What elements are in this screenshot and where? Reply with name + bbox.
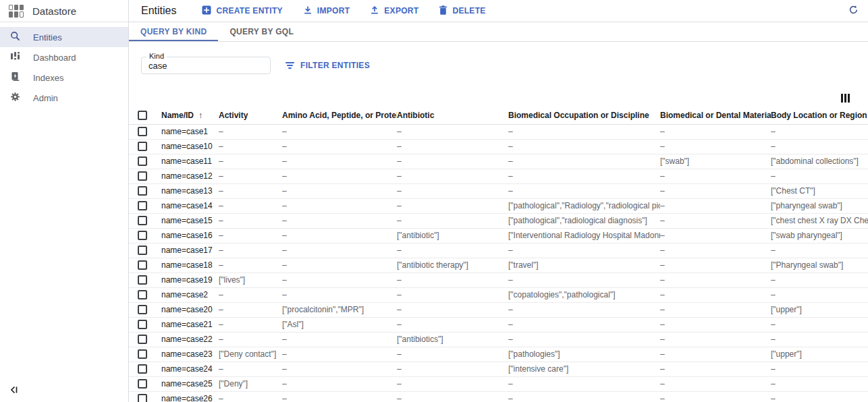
row-name[interactable]: name=case21 xyxy=(161,317,219,332)
row-checkbox[interactable] xyxy=(138,305,147,314)
row-checkbox[interactable] xyxy=(138,260,147,270)
import-label: IMPORT xyxy=(317,6,350,16)
table-row: name=case16 – – ["antibiotic"] ["Interve… xyxy=(129,228,868,243)
import-button[interactable]: IMPORT xyxy=(303,5,350,17)
column-header-amino-acid[interactable]: Amino Acid, Peptide, or Protein xyxy=(282,107,397,124)
tab-query-by-gql[interactable]: QUERY BY GQL xyxy=(218,22,305,41)
row-checkbox[interactable] xyxy=(138,231,147,240)
sidebar-nav: Entities Dashboard Indexes Admin xyxy=(0,22,128,108)
row-name[interactable]: name=case17 xyxy=(161,243,219,258)
row-cell: – xyxy=(219,124,282,139)
row-checkbox[interactable] xyxy=(138,364,147,374)
row-name[interactable]: name=case14 xyxy=(161,198,219,213)
delete-button[interactable]: DELETE xyxy=(439,5,485,17)
column-header-antibiotic[interactable]: Antibiotic xyxy=(397,107,508,124)
row-cell: – xyxy=(397,198,508,213)
row-name[interactable]: name=case26 xyxy=(161,391,219,402)
export-button[interactable]: EXPORT xyxy=(370,5,418,17)
collapse-sidebar-button[interactable] xyxy=(9,385,19,395)
row-cell: – xyxy=(282,272,397,287)
row-name[interactable]: name=case23 xyxy=(161,347,219,362)
row-name[interactable]: name=case10 xyxy=(161,139,219,154)
query-panel: Kind FILTER ENTITIES xyxy=(129,42,868,89)
row-checkbox[interactable] xyxy=(138,320,147,329)
row-name[interactable]: name=case11 xyxy=(161,154,219,169)
row-checkbox[interactable] xyxy=(138,171,147,181)
filter-entities-button[interactable]: FILTER ENTITIES xyxy=(286,61,370,70)
column-header-activity[interactable]: Activity xyxy=(219,107,282,124)
row-checkbox[interactable] xyxy=(138,349,147,359)
row-checkbox[interactable] xyxy=(138,246,147,255)
tab-query-by-kind[interactable]: QUERY BY KIND xyxy=(129,22,218,41)
sort-asc-icon[interactable]: ↑ xyxy=(198,110,203,120)
appbar: Entities CREATE ENTITY IMPORT EXPORT xyxy=(129,0,868,22)
row-cell: – xyxy=(219,154,282,169)
row-name[interactable]: name=case16 xyxy=(161,228,219,243)
create-entity-button[interactable]: CREATE ENTITY xyxy=(202,5,282,17)
row-name[interactable]: name=case2 xyxy=(161,287,219,302)
row-cell: – xyxy=(771,243,868,258)
row-name[interactable]: name=case1 xyxy=(161,124,219,139)
row-name[interactable]: name=case13 xyxy=(161,183,219,198)
row-cell: – xyxy=(660,272,771,287)
row-name[interactable]: name=case18 xyxy=(161,258,219,272)
table-row: name=case10 – – – – – – xyxy=(129,139,868,154)
row-checkbox[interactable] xyxy=(138,216,147,225)
row-cell: – xyxy=(771,362,868,376)
row-cell: – xyxy=(282,183,397,198)
column-header-name-id[interactable]: Name/ID↑ xyxy=(161,107,219,124)
row-checkbox[interactable] xyxy=(138,186,147,196)
table-row: name=case13 – – – – – ["Chest CT"] xyxy=(129,183,868,198)
row-name[interactable]: name=case24 xyxy=(161,362,219,376)
row-cell: – xyxy=(508,154,660,169)
kind-label: Kind xyxy=(146,52,167,60)
sidebar-item-dashboard[interactable]: Dashboard xyxy=(0,47,128,67)
row-checkbox[interactable] xyxy=(138,335,147,344)
row-checkbox[interactable] xyxy=(138,275,147,285)
kind-field: Kind xyxy=(141,57,271,74)
table-row: name=case20 – ["procalcitonin","MPR"] – … xyxy=(129,302,868,317)
row-cell: – xyxy=(508,376,660,391)
row-cell: – xyxy=(771,391,868,402)
sidebar-item-indexes[interactable]: Indexes xyxy=(0,67,128,88)
column-header-biomedical-occupation[interactable]: Biomedical Occupation or Discipline xyxy=(508,107,660,124)
row-checkbox[interactable] xyxy=(138,201,147,210)
row-name[interactable]: name=case25 xyxy=(161,376,219,391)
sidebar-item-admin[interactable]: Admin xyxy=(0,88,128,108)
row-checkbox[interactable] xyxy=(138,127,147,136)
row-checkbox[interactable] xyxy=(138,394,147,402)
sidebar-item-label: Entities xyxy=(33,32,62,42)
select-all-checkbox[interactable] xyxy=(138,111,147,120)
sidebar-item-entities[interactable]: Entities xyxy=(0,27,128,47)
row-name[interactable]: name=case15 xyxy=(161,213,219,228)
row-cell: – xyxy=(397,347,508,362)
table-row: name=case12 – – – – – – xyxy=(129,169,868,183)
row-cell: – xyxy=(660,258,771,272)
row-cell: ["upper"] xyxy=(771,302,868,317)
row-cell: – xyxy=(219,391,282,402)
row-checkbox[interactable] xyxy=(138,379,147,389)
refresh-button[interactable] xyxy=(847,3,860,18)
column-header-biomedical-material[interactable]: Biomedical or Dental Material xyxy=(660,107,771,124)
row-name[interactable]: name=case19 xyxy=(161,272,219,287)
row-name[interactable]: name=case12 xyxy=(161,169,219,183)
sidebar-header: Datastore xyxy=(0,0,128,22)
row-checkbox[interactable] xyxy=(138,142,147,151)
sidebar-item-label: Admin xyxy=(33,93,58,103)
row-cell: – xyxy=(282,362,397,376)
table-row: name=case24 – – – ["intensive care"] – – xyxy=(129,362,868,376)
row-cell: ["abdominal collections"] xyxy=(771,154,868,169)
row-name[interactable]: name=case22 xyxy=(161,332,219,347)
row-checkbox[interactable] xyxy=(138,290,147,299)
row-checkbox[interactable] xyxy=(138,156,147,166)
row-cell: – xyxy=(660,302,771,317)
column-header-body-location[interactable]: Body Location or Region xyxy=(771,107,868,124)
row-cell: – xyxy=(282,228,397,243)
row-cell: – xyxy=(397,169,508,183)
datastore-app: Datastore Entities Dashboard Indexes xyxy=(0,0,868,402)
row-cell: – xyxy=(660,139,771,154)
column-settings-icon[interactable] xyxy=(841,94,850,103)
import-icon xyxy=(303,5,313,17)
row-name[interactable]: name=case20 xyxy=(161,302,219,317)
row-cell: – xyxy=(282,243,397,258)
